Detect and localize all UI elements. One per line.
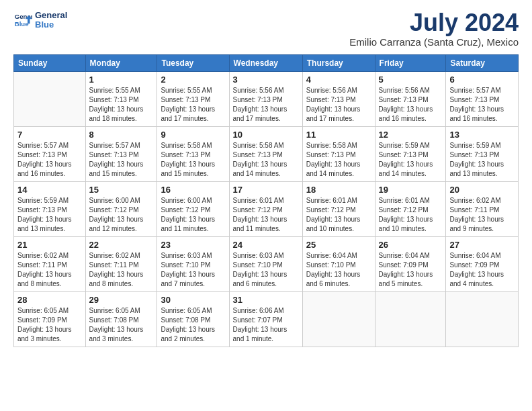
calendar-week-row: 21Sunrise: 6:02 AM Sunset: 7:11 PM Dayli… [14, 237, 519, 292]
day-info: Sunrise: 6:05 AM Sunset: 7:08 PM Dayligh… [89, 306, 154, 344]
day-info: Sunrise: 5:58 AM Sunset: 7:13 PM Dayligh… [161, 141, 225, 179]
day-number: 5 [379, 75, 443, 85]
table-row: 15Sunrise: 6:00 AM Sunset: 7:12 PM Dayli… [85, 182, 157, 237]
day-info: Sunrise: 6:05 AM Sunset: 7:09 PM Dayligh… [17, 306, 82, 344]
day-info: Sunrise: 6:00 AM Sunset: 7:12 PM Dayligh… [161, 196, 225, 234]
day-number: 2 [161, 75, 225, 85]
table-row [446, 292, 519, 347]
day-number: 8 [89, 130, 154, 140]
day-info: Sunrise: 5:59 AM Sunset: 7:13 PM Dayligh… [17, 196, 82, 234]
day-number: 20 [449, 185, 515, 195]
logo-icon: General Blue [13, 11, 32, 30]
table-row: 16Sunrise: 6:00 AM Sunset: 7:12 PM Dayli… [157, 182, 229, 237]
table-row: 20Sunrise: 6:02 AM Sunset: 7:11 PM Dayli… [446, 182, 519, 237]
day-info: Sunrise: 5:58 AM Sunset: 7:13 PM Dayligh… [306, 141, 371, 179]
day-number: 10 [233, 130, 299, 140]
day-number: 6 [449, 75, 515, 85]
calendar-week-row: 7Sunrise: 5:57 AM Sunset: 7:13 PM Daylig… [14, 127, 519, 182]
title-block: July 2024 Emilio Carranza (Santa Cruz), … [349, 11, 519, 48]
table-row [375, 292, 446, 347]
table-row: 1Sunrise: 5:55 AM Sunset: 7:13 PM Daylig… [85, 72, 157, 127]
table-row: 8Sunrise: 5:57 AM Sunset: 7:13 PM Daylig… [85, 127, 157, 182]
day-number: 23 [161, 240, 225, 250]
table-row: 21Sunrise: 6:02 AM Sunset: 7:11 PM Dayli… [14, 237, 86, 292]
table-row: 31Sunrise: 6:06 AM Sunset: 7:07 PM Dayli… [229, 292, 302, 347]
logo-general: General [35, 11, 67, 20]
day-info: Sunrise: 5:56 AM Sunset: 7:13 PM Dayligh… [233, 86, 299, 124]
table-row: 2Sunrise: 5:55 AM Sunset: 7:13 PM Daylig… [157, 72, 229, 127]
table-row: 28Sunrise: 6:05 AM Sunset: 7:09 PM Dayli… [14, 292, 86, 347]
table-row: 7Sunrise: 5:57 AM Sunset: 7:13 PM Daylig… [14, 127, 86, 182]
table-row: 24Sunrise: 6:03 AM Sunset: 7:10 PM Dayli… [229, 237, 302, 292]
day-number: 22 [89, 240, 154, 250]
day-info: Sunrise: 6:06 AM Sunset: 7:07 PM Dayligh… [233, 306, 299, 344]
day-info: Sunrise: 6:01 AM Sunset: 7:12 PM Dayligh… [379, 196, 443, 234]
logo-blue: Blue [35, 20, 67, 30]
table-row: 3Sunrise: 5:56 AM Sunset: 7:13 PM Daylig… [229, 72, 302, 127]
day-number: 16 [161, 185, 225, 195]
day-number: 3 [233, 75, 299, 85]
calendar-table: Sunday Monday Tuesday Wednesday Thursday… [13, 54, 519, 347]
table-row: 26Sunrise: 6:04 AM Sunset: 7:09 PM Dayli… [375, 237, 446, 292]
table-row: 14Sunrise: 5:59 AM Sunset: 7:13 PM Dayli… [14, 182, 86, 237]
calendar-week-row: 14Sunrise: 5:59 AM Sunset: 7:13 PM Dayli… [14, 182, 519, 237]
day-info: Sunrise: 6:03 AM Sunset: 7:10 PM Dayligh… [161, 251, 225, 289]
logo: General Blue General Blue [13, 11, 67, 30]
day-info: Sunrise: 6:04 AM Sunset: 7:09 PM Dayligh… [379, 251, 443, 289]
table-row: 19Sunrise: 6:01 AM Sunset: 7:12 PM Dayli… [375, 182, 446, 237]
table-row [302, 292, 375, 347]
day-number: 30 [161, 295, 225, 305]
table-row: 5Sunrise: 5:56 AM Sunset: 7:13 PM Daylig… [375, 72, 446, 127]
col-thursday: Thursday [302, 55, 375, 72]
month-title: July 2024 [349, 11, 519, 35]
table-row: 29Sunrise: 6:05 AM Sunset: 7:08 PM Dayli… [85, 292, 157, 347]
day-info: Sunrise: 6:04 AM Sunset: 7:10 PM Dayligh… [306, 251, 371, 289]
table-row: 6Sunrise: 5:57 AM Sunset: 7:13 PM Daylig… [446, 72, 519, 127]
day-info: Sunrise: 5:56 AM Sunset: 7:13 PM Dayligh… [379, 86, 443, 124]
page-header: General Blue General Blue July 2024 Emil… [13, 11, 519, 48]
day-number: 1 [89, 75, 154, 85]
day-info: Sunrise: 6:02 AM Sunset: 7:11 PM Dayligh… [89, 251, 154, 289]
day-number: 4 [306, 75, 371, 85]
day-info: Sunrise: 5:55 AM Sunset: 7:13 PM Dayligh… [89, 86, 154, 124]
table-row: 10Sunrise: 5:58 AM Sunset: 7:13 PM Dayli… [229, 127, 302, 182]
location-title: Emilio Carranza (Santa Cruz), Mexico [349, 36, 519, 48]
day-number: 9 [161, 130, 225, 140]
day-info: Sunrise: 6:02 AM Sunset: 7:11 PM Dayligh… [17, 251, 82, 289]
day-number: 31 [233, 295, 299, 305]
table-row [14, 72, 86, 127]
table-row: 4Sunrise: 5:56 AM Sunset: 7:13 PM Daylig… [302, 72, 375, 127]
day-info: Sunrise: 6:05 AM Sunset: 7:08 PM Dayligh… [161, 306, 225, 344]
day-number: 7 [17, 130, 82, 140]
day-number: 24 [233, 240, 299, 250]
table-row: 17Sunrise: 6:01 AM Sunset: 7:12 PM Dayli… [229, 182, 302, 237]
day-info: Sunrise: 6:00 AM Sunset: 7:12 PM Dayligh… [89, 196, 154, 234]
day-info: Sunrise: 6:01 AM Sunset: 7:12 PM Dayligh… [306, 196, 371, 234]
table-row: 22Sunrise: 6:02 AM Sunset: 7:11 PM Dayli… [85, 237, 157, 292]
table-row: 11Sunrise: 5:58 AM Sunset: 7:13 PM Dayli… [302, 127, 375, 182]
day-number: 26 [379, 240, 443, 250]
day-info: Sunrise: 5:57 AM Sunset: 7:13 PM Dayligh… [17, 141, 82, 179]
table-row: 27Sunrise: 6:04 AM Sunset: 7:09 PM Dayli… [446, 237, 519, 292]
day-number: 13 [449, 130, 515, 140]
col-wednesday: Wednesday [229, 55, 302, 72]
day-number: 21 [17, 240, 82, 250]
day-info: Sunrise: 5:55 AM Sunset: 7:13 PM Dayligh… [161, 86, 225, 124]
day-info: Sunrise: 5:57 AM Sunset: 7:13 PM Dayligh… [449, 86, 515, 124]
day-number: 15 [89, 185, 154, 195]
day-info: Sunrise: 5:56 AM Sunset: 7:13 PM Dayligh… [306, 86, 371, 124]
table-row: 9Sunrise: 5:58 AM Sunset: 7:13 PM Daylig… [157, 127, 229, 182]
table-row: 18Sunrise: 6:01 AM Sunset: 7:12 PM Dayli… [302, 182, 375, 237]
day-number: 28 [17, 295, 82, 305]
day-info: Sunrise: 6:02 AM Sunset: 7:11 PM Dayligh… [449, 196, 515, 234]
day-number: 18 [306, 185, 371, 195]
day-info: Sunrise: 6:04 AM Sunset: 7:09 PM Dayligh… [449, 251, 515, 289]
col-friday: Friday [375, 55, 446, 72]
day-info: Sunrise: 5:57 AM Sunset: 7:13 PM Dayligh… [89, 141, 154, 179]
day-number: 25 [306, 240, 371, 250]
day-info: Sunrise: 6:01 AM Sunset: 7:12 PM Dayligh… [233, 196, 299, 234]
day-number: 27 [449, 240, 515, 250]
day-number: 11 [306, 130, 371, 140]
day-info: Sunrise: 5:58 AM Sunset: 7:13 PM Dayligh… [233, 141, 299, 179]
col-sunday: Sunday [14, 55, 86, 72]
